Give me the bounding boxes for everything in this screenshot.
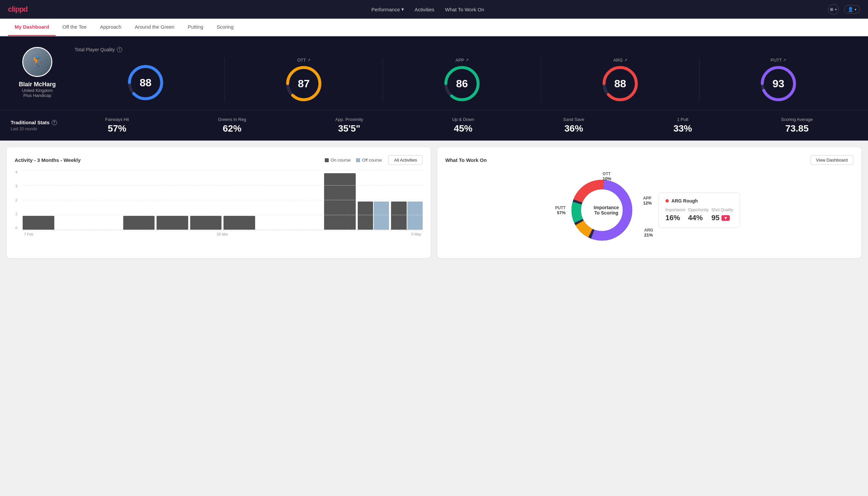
- tab-my-dashboard[interactable]: My Dashboard: [8, 19, 56, 36]
- work-on-card: What To Work On View Dashboard: [437, 147, 861, 258]
- arg-label: ARG 21%: [644, 228, 653, 237]
- tab-around-the-green[interactable]: Around the Green: [128, 19, 181, 36]
- profile-button[interactable]: 👤 ▾: [844, 5, 860, 14]
- off-course-dot: [356, 158, 360, 162]
- ring-value-total: 88: [140, 77, 152, 89]
- brand-logo[interactable]: clippd: [8, 5, 28, 14]
- bar-on-11: [391, 202, 406, 230]
- stat-item-5: 1 Putt 33%: [674, 117, 692, 134]
- detail-importance: Importance 16%: [665, 207, 685, 222]
- stat-name-5: 1 Putt: [677, 117, 689, 122]
- legend-on-course: On course: [325, 158, 351, 162]
- player-country: United Kingdom: [22, 88, 53, 93]
- legend-off-course: Off course: [356, 158, 382, 162]
- stats-subtitle: Last 20 rounds: [11, 127, 61, 131]
- bar-group-11: [391, 202, 423, 230]
- nav-right: ⊕ ▾ 👤 ▾: [828, 4, 860, 15]
- score-label-arg: ARG ↗: [613, 58, 627, 63]
- avatar: 🏌️: [22, 47, 52, 77]
- arrow-app: ↗: [465, 58, 469, 62]
- score-label-putt: PUTT ↗: [771, 58, 786, 63]
- work-header: What To Work On View Dashboard: [445, 155, 853, 165]
- stat-item-0: Fairways Hit 57%: [105, 117, 129, 134]
- activity-chart-card: Activity - 3 Months - Weekly On course O…: [7, 147, 431, 258]
- stat-name-4: Sand Save: [563, 117, 585, 122]
- total-quality-help-icon[interactable]: ?: [117, 47, 122, 52]
- bar-on-3: [123, 216, 155, 230]
- bar-off-10: [374, 202, 389, 230]
- stat-item-6: Scoring Average 73.85: [781, 117, 813, 134]
- ring-total: 88: [127, 64, 164, 101]
- nav-activities[interactable]: Activities: [415, 7, 434, 12]
- x-labels: 7 Feb28 Mar9 May: [23, 232, 423, 236]
- x-label-0: 7 Feb: [24, 232, 33, 236]
- score-card-app: APP ↗ 86: [383, 58, 541, 102]
- chart-area: 4 3 2 1 0 7 Feb28 Mar9 May: [15, 170, 423, 237]
- arrow-putt: ↗: [783, 58, 786, 62]
- tab-putting[interactable]: Putting: [181, 19, 210, 36]
- chart-legend: On course Off course: [325, 158, 382, 162]
- add-button[interactable]: ⊕ ▾: [828, 4, 839, 15]
- stat-value-6: 73.85: [785, 123, 809, 134]
- player-name: Blair McHarg: [19, 81, 56, 88]
- stats-help-icon[interactable]: ?: [52, 120, 57, 125]
- tab-approach[interactable]: Approach: [93, 19, 128, 36]
- bar-off-11: [407, 202, 423, 230]
- performance-dropdown-icon: ▾: [401, 6, 404, 12]
- ring-putt: 93: [760, 65, 797, 102]
- profile-chevron: ▾: [855, 7, 856, 11]
- bar-group-0: [23, 216, 54, 230]
- stat-value-1: 62%: [223, 123, 241, 134]
- bar-on-10: [358, 202, 373, 230]
- score-card-ott: OTT ↗ 87: [225, 58, 383, 102]
- stat-value-5: 33%: [674, 123, 692, 134]
- detail-opportunity: Opportunity 44%: [688, 207, 709, 222]
- stats-label: Traditional Stats ? Last 20 rounds: [11, 120, 61, 131]
- app-label: APP 12%: [643, 196, 652, 205]
- ring-ott: 87: [285, 65, 322, 102]
- chart-title: Activity - 3 Months - Weekly: [15, 157, 81, 163]
- detail-title: ARG Rough: [665, 198, 733, 203]
- scores-header: Total Player Quality ?: [75, 47, 857, 52]
- grid-line-3: [23, 185, 423, 186]
- arrow-ott: ↗: [307, 58, 311, 62]
- work-title: What To Work On: [445, 157, 487, 163]
- arrow-arg: ↗: [624, 58, 627, 62]
- x-label-1: 28 Mar: [217, 232, 228, 236]
- detail-dot: [665, 199, 669, 203]
- tab-scoring[interactable]: Scoring: [210, 19, 240, 36]
- bar-group-6: [223, 216, 255, 230]
- grid-line-4: [23, 170, 423, 171]
- score-card-total: 88: [75, 58, 225, 102]
- detail-card: ARG Rough Importance 16% Opportunity 44%…: [659, 192, 740, 228]
- scores-row: 88 OTT ↗ 87 APP ↗ 86 ARG ↗ 88: [75, 58, 857, 102]
- nav-what-to-work-on[interactable]: What To Work On: [445, 7, 484, 12]
- view-dashboard-button[interactable]: View Dashboard: [810, 155, 853, 165]
- score-label-app: APP ↗: [455, 58, 468, 63]
- score-card-arg: ARG ↗ 88: [541, 58, 699, 102]
- stat-item-4: Sand Save 36%: [563, 117, 585, 134]
- ring-app: 86: [444, 65, 480, 102]
- stat-name-3: Up & Down: [452, 117, 474, 122]
- player-info: 🏌️ Blair McHarg United Kingdom Plus Hand…: [11, 47, 64, 98]
- bar-group-5: [190, 216, 222, 230]
- stat-item-3: Up & Down 45%: [452, 117, 474, 134]
- stat-name-2: App. Proximity: [335, 117, 363, 122]
- putt-label: PUTT 57%: [555, 205, 566, 215]
- bottom-section: Activity - 3 Months - Weekly On course O…: [0, 141, 868, 265]
- stat-value-2: 35'5": [338, 123, 360, 134]
- ring-arg: 88: [602, 65, 638, 102]
- donut-section: Importance To Scoring PUTT 57% OTT 10% A…: [445, 170, 853, 250]
- on-course-dot: [325, 158, 329, 162]
- tab-off-the-tee[interactable]: Off the Tee: [56, 19, 93, 36]
- stat-name-0: Fairways Hit: [105, 117, 129, 122]
- nav-performance[interactable]: Performance ▾: [372, 6, 404, 12]
- ring-value-app: 86: [456, 78, 468, 90]
- x-label-2: 9 May: [411, 232, 421, 236]
- add-icon: ⊕: [830, 7, 834, 12]
- all-activities-button[interactable]: All Activities: [388, 155, 423, 165]
- stat-name-1: Greens In Reg: [218, 117, 247, 122]
- ott-label: OTT 10%: [602, 172, 611, 181]
- detail-shot-quality: Shot Quality 95 ▼: [711, 207, 733, 222]
- chart-header: Activity - 3 Months - Weekly On course O…: [15, 155, 423, 165]
